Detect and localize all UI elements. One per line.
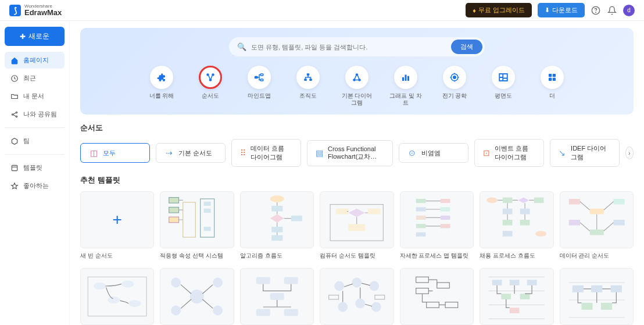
filter-chip-all[interactable]: ◫ 모두 <box>80 143 150 163</box>
filter-chip-crossfunctional[interactable]: ▤ Cross Functional Flowchart(교차… <box>307 140 393 166</box>
svg-rect-87 <box>284 309 298 316</box>
sidebar-item-label: 나와 공유됨 <box>23 110 57 119</box>
svg-rect-84 <box>284 277 298 284</box>
logo-text: Wondershare EdrawMax <box>24 4 62 16</box>
sidebar-item-home[interactable]: 홈페이지 <box>5 52 65 69</box>
sidebar-item-favorites[interactable]: 좋아하는 <box>5 177 65 194</box>
template-thumb <box>320 268 393 325</box>
bell-icon[interactable] <box>607 5 617 16</box>
category-floorplan[interactable]: 평면도 <box>486 66 520 106</box>
search-bar: 🔍 검색 <box>229 37 485 56</box>
svg-rect-72 <box>589 230 603 235</box>
section-title-flowchart: 순서도 <box>80 123 634 133</box>
search-icon: 🔍 <box>237 42 246 51</box>
sidebar-item-label: 팀 <box>23 137 30 145</box>
svg-rect-41 <box>271 235 282 241</box>
template-card[interactable]: 적응형 속성 선택 시스템 <box>160 191 234 260</box>
svg-rect-46 <box>368 209 381 215</box>
category-row: 너를 위해 순서도 마인드맵 조직도 기본 다이어그램 <box>80 66 634 106</box>
svg-rect-70 <box>568 220 579 226</box>
svg-rect-68 <box>613 199 624 205</box>
filter-row: ◫ 모두 ⇢ 기본 순서도 ⠿ 데이터 흐름 다이어그램 ▤ Cross Fun… <box>80 139 634 167</box>
category-orgchart[interactable]: 조직도 <box>291 66 325 106</box>
svg-rect-27 <box>549 78 552 81</box>
sidebar-item-recent[interactable]: 최근 <box>5 70 65 87</box>
category-more[interactable]: 더 <box>535 66 569 106</box>
svg-rect-20 <box>405 75 407 81</box>
template-thumb <box>240 268 314 325</box>
sidebar-item-team[interactable]: 팀 <box>5 133 65 149</box>
category-mindmap[interactable]: 마인드맵 <box>242 66 276 106</box>
svg-rect-38 <box>271 206 282 212</box>
template-card[interactable]: 크레딧 승인 프로세스 <box>400 268 474 325</box>
sidebar-item-templates[interactable]: 템플릿 <box>5 159 65 176</box>
template-card[interactable]: 서점의 정보 흐름 <box>320 268 393 325</box>
template-card[interactable]: 데이터 관리 순서도 <box>560 191 634 260</box>
svg-rect-35 <box>204 209 211 213</box>
help-icon[interactable] <box>591 5 601 16</box>
template-thumb <box>80 268 154 325</box>
template-card[interactable]: 신용 카드 승인 프로세스 <box>480 268 553 325</box>
svg-rect-11 <box>260 74 263 76</box>
download-button[interactable]: ⬇ 다운로드 <box>538 3 585 17</box>
filter-chip-eventflow[interactable]: ⊡ 이벤트 흐름 다이어그램 <box>474 139 544 167</box>
upgrade-button[interactable]: ♦ 무료 업그레이드 <box>466 3 532 17</box>
template-card[interactable]: 서점 주문 처리 <box>240 268 314 325</box>
svg-rect-104 <box>501 294 511 299</box>
svg-rect-44 <box>336 209 349 215</box>
template-thumb <box>240 191 314 248</box>
svg-point-4 <box>16 112 17 113</box>
template-card[interactable]: DFD 예제 템플릿 <box>80 268 154 325</box>
svg-rect-83 <box>256 277 270 284</box>
template-card[interactable]: 채용 프로세스 흐름도 <box>480 191 553 260</box>
svg-point-77 <box>128 300 141 307</box>
svg-rect-29 <box>169 198 179 203</box>
template-card[interactable]: 자세한 프로세스 맵 템플릿 <box>400 191 474 260</box>
svg-point-92 <box>356 299 366 309</box>
filter-scroll-right[interactable]: › <box>625 147 634 159</box>
app-logo[interactable]: ⟆ Wondershare EdrawMax <box>9 4 62 16</box>
template-card[interactable]: 알고리즘 흐름도 <box>240 191 314 260</box>
category-basic-diagram[interactable]: 기본 다이어그램 <box>340 66 374 106</box>
filter-chip-idef[interactable]: ↘ IDEF 다이어그램 <box>550 139 620 167</box>
category-electrical[interactable]: 전기 공학 <box>438 66 471 106</box>
svg-rect-101 <box>492 280 502 285</box>
search-input[interactable] <box>251 44 451 51</box>
filter-chip-basic[interactable]: ⇢ 기본 순서도 <box>156 143 226 163</box>
template-card-blank[interactable]: + 새 빈 순서도 <box>80 191 154 260</box>
svg-rect-50 <box>416 216 425 220</box>
svg-rect-95 <box>375 295 385 299</box>
filter-chip-bpmn[interactable]: ⊙ 비염엠 <box>399 143 468 163</box>
diagram-icon <box>345 66 368 89</box>
svg-rect-63 <box>503 220 513 226</box>
section-title-templates: 추천 템플릿 <box>80 175 634 185</box>
template-thumb <box>480 191 553 248</box>
svg-point-82 <box>213 306 223 316</box>
svg-point-3 <box>12 113 13 115</box>
template-card[interactable]: 컴퓨터 순서도 템플릿 <box>320 191 393 260</box>
template-card[interactable]: 배포 순서도 <box>560 268 634 325</box>
new-button[interactable]: ✚ 새로운 <box>5 27 65 46</box>
sidebar-item-shared[interactable]: 나와 공유됨 <box>5 106 65 123</box>
category-graph-chart[interactable]: 그래프 및 차트 <box>389 66 423 106</box>
svg-rect-110 <box>581 303 592 310</box>
sidebar-item-label: 홈페이지 <box>23 56 49 65</box>
chip-icon: ⊡ <box>483 148 490 158</box>
svg-point-74 <box>94 283 106 290</box>
filter-chip-dataflow[interactable]: ⠿ 데이터 흐름 다이어그램 <box>231 139 301 167</box>
sidebar-item-mydocs[interactable]: 내 문서 <box>5 88 65 105</box>
template-card[interactable]: 기숙사 관리 흐름도 <box>160 268 234 325</box>
svg-rect-53 <box>440 199 450 203</box>
avatar[interactable]: d <box>623 5 635 16</box>
star-icon <box>10 182 19 190</box>
svg-point-76 <box>108 297 120 303</box>
svg-rect-69 <box>589 209 603 215</box>
svg-rect-28 <box>553 78 556 81</box>
svg-rect-21 <box>407 76 409 81</box>
svg-marker-59 <box>518 198 529 203</box>
svg-point-91 <box>338 302 348 312</box>
category-flowchart[interactable]: 순서도 <box>194 66 227 106</box>
search-button[interactable]: 검색 <box>451 40 482 54</box>
template-thumb <box>160 268 234 325</box>
category-for-you[interactable]: 너를 위해 <box>145 66 178 106</box>
